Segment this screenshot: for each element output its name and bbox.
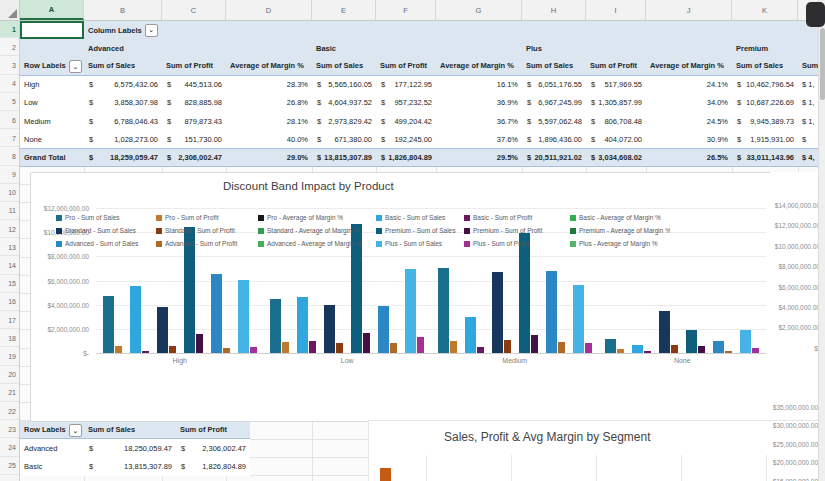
pivot-cell[interactable]: 37.6% [436, 130, 522, 148]
pivot-cell[interactable] [376, 39, 436, 57]
pivot-cell[interactable]: Advanced [84, 39, 162, 57]
pivot-cell[interactable] [226, 39, 312, 57]
pivot-cell[interactable]: 36.9% [436, 94, 522, 112]
pivot-cell[interactable]: 24.5% [646, 112, 732, 130]
pivot2-header-cell[interactable]: Sum of Sales [84, 421, 176, 439]
row-header-20[interactable]: 20 [0, 367, 19, 384]
pivot-cell[interactable]: $1,826,804.89 [176, 457, 250, 475]
row-header-12[interactable]: 12 [0, 221, 19, 238]
row-header-7[interactable]: 7 [0, 130, 19, 147]
pivot-cell[interactable]: 29.5% [436, 148, 522, 166]
pivot-row-label[interactable]: Low [20, 94, 84, 112]
row-header-6[interactable]: 6 [0, 112, 19, 129]
pivot-cell[interactable]: $1,915,931.00 [732, 130, 798, 148]
pivot-cell[interactable]: 24.1% [646, 76, 732, 94]
column-header-E[interactable]: E [312, 0, 376, 20]
pivot-cell[interactable] [312, 21, 376, 39]
pivot-cell[interactable]: 28.1% [226, 112, 312, 130]
column-header-C[interactable]: C [162, 0, 226, 20]
pivot-cell[interactable]: $1,896,436.00 [522, 130, 586, 148]
row-header-2[interactable]: 2 [0, 39, 19, 56]
pivot-cell[interactable]: $6,051,176.55 [522, 76, 586, 94]
pivot-header-cell[interactable]: Sum of Sales [732, 57, 798, 75]
pivot-cell[interactable]: $10,462,796.54 [732, 76, 798, 94]
pivot-cell[interactable]: $177,122.95 [376, 76, 436, 94]
pivot-cell[interactable]: 16.1% [436, 76, 522, 94]
pivot-cell[interactable]: 29.0% [226, 148, 312, 166]
pivot-cell[interactable]: $957,232.52 [376, 94, 436, 112]
pivot-cell[interactable]: 26.8% [226, 94, 312, 112]
chart-segment[interactable]: Sales, Profit & Avg Margin by Segment [368, 420, 825, 481]
pivot-cell[interactable]: $192,245.00 [376, 130, 436, 148]
pivot-cell[interactable]: 40.0% [226, 130, 312, 148]
pivot-cell[interactable]: Basic [312, 39, 376, 57]
pivot-header-cell[interactable]: Sum of Sales [312, 57, 376, 75]
pivot-row-label[interactable]: High [20, 76, 84, 94]
scrollbar-thumb[interactable] [820, 28, 825, 100]
row-labels-dropdown-button[interactable]: ⌄ [69, 60, 82, 73]
row-header-23[interactable]: 23 [0, 421, 19, 438]
column-header-J[interactable]: J [646, 0, 732, 20]
pivot-header-cell[interactable]: Average of Margin % [226, 57, 312, 75]
row-header-13[interactable]: 13 [0, 239, 19, 256]
pivot-header-cell[interactable]: Sum of Sales [522, 57, 586, 75]
pivot-cell[interactable]: $2,306,002.47 [176, 439, 250, 457]
pivot-cell[interactable] [586, 39, 646, 57]
pivot-cell[interactable] [586, 21, 646, 39]
row-header-9[interactable]: 9 [0, 167, 19, 184]
pivot-header-cell[interactable]: Average of Margin % [436, 57, 522, 75]
pivot-cell[interactable]: $1,028,273.00 [84, 130, 162, 148]
pivot-cell[interactable]: 30.9% [646, 130, 732, 148]
row-header-1[interactable]: 1 [0, 21, 19, 38]
pivot-cell[interactable]: 34.0% [646, 94, 732, 112]
row-header-24[interactable]: 24 [0, 439, 19, 456]
pivot-header-cell[interactable]: Average of Margin % [646, 57, 732, 75]
pivot-cell[interactable]: $33,011,143.96 [732, 148, 798, 166]
column-header-A[interactable]: A [20, 0, 84, 20]
row-header-21[interactable]: 21 [0, 385, 19, 402]
pivot-cell[interactable]: $2,306,002.47 [162, 148, 226, 166]
pivot-cell[interactable]: $10,687,226.69 [732, 94, 798, 112]
pivot-header-cell[interactable]: Sum of Profit [586, 57, 646, 75]
pivot-cell[interactable] [162, 39, 226, 57]
pivot-cell[interactable]: $499,204.42 [376, 112, 436, 130]
pivot-cell[interactable] [376, 21, 436, 39]
pivot-cell[interactable]: $6,575,432.06 [84, 76, 162, 94]
column-header-G[interactable]: G [436, 0, 522, 20]
pivot-cell[interactable]: $1,305,857.99 [586, 94, 646, 112]
pivot-row-label[interactable]: Advanced [20, 439, 84, 457]
pivot-row-label[interactable]: Basic [20, 457, 84, 475]
pivot-cell[interactable]: $5,565,160.05 [312, 76, 376, 94]
row-header-14[interactable]: 14 [0, 257, 19, 274]
pivot-cell[interactable]: $6,967,245.99 [522, 94, 586, 112]
pivot-header-cell[interactable]: Sum of Sales [84, 57, 162, 75]
row-header-4[interactable]: 4 [0, 76, 19, 93]
select-all-icon[interactable] [0, 0, 20, 20]
pivot-cell[interactable]: $2,973,829.42 [312, 112, 376, 130]
selected-cell-A1[interactable] [20, 21, 84, 39]
row-labels-dropdown-button[interactable]: ⌄ [69, 424, 82, 437]
pivot-cell[interactable]: $18,250,059.47 [84, 439, 176, 457]
pivot-header-cell[interactable]: Sum of Profit [376, 57, 436, 75]
pivot-cell[interactable]: $3,034,608.02 [586, 148, 646, 166]
pivot-cell[interactable]: $13,815,307.89 [312, 148, 376, 166]
row-header-11[interactable]: 11 [0, 203, 19, 220]
chart-discount-band-impact[interactable]: Discount Band Impact by Product $12,000,… [30, 172, 772, 422]
pivot-cell[interactable]: Plus [522, 39, 586, 57]
pivot-cell[interactable] [20, 39, 84, 57]
pivot-cell[interactable]: $1,826,804.89 [376, 148, 436, 166]
row-header-10[interactable]: 10 [0, 185, 19, 202]
pivot-cell[interactable] [436, 21, 522, 39]
row-header-19[interactable]: 19 [0, 348, 19, 365]
pivot-cell[interactable]: $3,858,307.98 [84, 94, 162, 112]
row-header-15[interactable]: 15 [0, 276, 19, 293]
column-header-H[interactable]: H [522, 0, 586, 20]
pivot-cell[interactable]: $151,730.00 [162, 130, 226, 148]
pivot-header-cell[interactable]: Sum of Profit [162, 57, 226, 75]
pivot-cell[interactable]: Premium [732, 39, 798, 57]
pivot-cell[interactable]: $404,072.00 [586, 130, 646, 148]
column-header-I[interactable]: I [586, 0, 646, 20]
pivot-cell[interactable]: 26.5% [646, 148, 732, 166]
row-header-17[interactable]: 17 [0, 312, 19, 329]
column-header-K[interactable]: K [732, 0, 798, 20]
